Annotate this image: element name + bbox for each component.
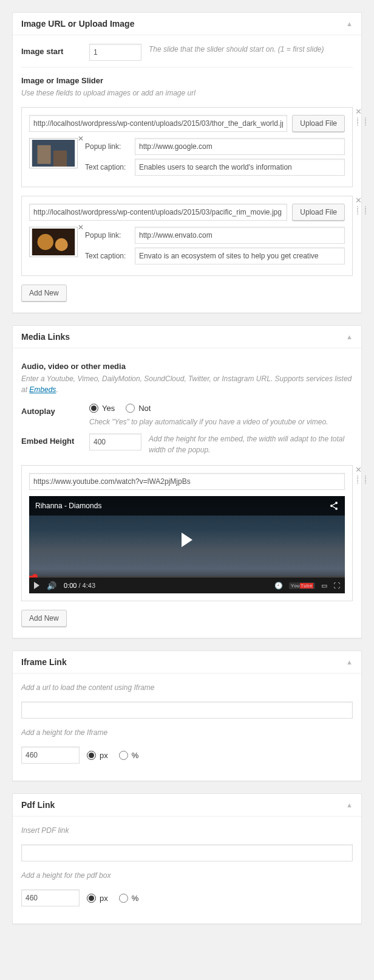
text-caption-label: Text caption:: [85, 252, 131, 260]
media-item: ✕ ⋮⋮⋮⋮ Rihanna - Diamonds 🔊 0:0: [21, 465, 353, 601]
close-icon[interactable]: ✕: [354, 107, 362, 116]
iframe-height-input[interactable]: [21, 747, 80, 764]
pdf-panel-header[interactable]: Pdf Link ▲: [13, 794, 361, 816]
close-icon[interactable]: ✕: [354, 465, 362, 474]
watch-later-icon[interactable]: 🕘: [274, 582, 283, 590]
embed-height-input[interactable]: [89, 433, 141, 450]
iframe-url-hint: Add a url to load the content using Ifra…: [21, 682, 353, 693]
video-title: Rihanna - Diamonds: [35, 502, 101, 510]
svg-point-7: [330, 505, 333, 507]
image-start-helper: The slide that the slider should start o…: [149, 44, 353, 55]
iframe-unit-pct-radio[interactable]: [119, 751, 128, 760]
video-preview: Rihanna - Diamonds 🔊 0:00 / 4:43 🕘 YouTu…: [29, 496, 345, 593]
image-url-input[interactable]: [29, 115, 287, 132]
upload-file-button[interactable]: Upload File: [292, 115, 345, 132]
drag-handle-icon[interactable]: ⋮⋮⋮⋮: [354, 120, 362, 123]
image-start-label: Image start: [21, 44, 82, 56]
image-item: ✕ ⋮⋮⋮⋮ Upload File ✕ Popup link:: [21, 196, 353, 276]
image-item: ✕ ⋮⋮⋮⋮ Upload File ✕ Popup link:: [21, 107, 353, 187]
svg-rect-1: [38, 145, 51, 164]
svg-rect-2: [53, 151, 67, 167]
iframe-panel: Iframe Link ▲ Add a url to load the cont…: [12, 650, 362, 781]
svg-point-8: [335, 508, 338, 510]
image-start-input[interactable]: [89, 44, 141, 61]
image-thumbnail: [29, 227, 78, 257]
autoplay-no-radio[interactable]: [126, 404, 135, 413]
autoplay-hint: Check "Yes" to play automatically if you…: [89, 416, 353, 427]
embed-height-label: Embed Height: [21, 433, 82, 446]
thumb-close-icon[interactable]: ✕: [78, 134, 84, 143]
text-caption-input[interactable]: [135, 247, 345, 264]
collapse-icon[interactable]: ▲: [346, 20, 353, 27]
iframe-url-input[interactable]: [21, 702, 353, 719]
pdf-panel-title: Pdf Link: [21, 800, 55, 810]
image-panel-header[interactable]: Image URL or Upload Image ▲: [13, 13, 361, 35]
thumb-close-icon[interactable]: ✕: [78, 223, 84, 232]
theater-icon[interactable]: ▭: [321, 582, 327, 590]
pdf-url-hint: Insert PDF link: [21, 825, 353, 836]
play-button-icon[interactable]: [34, 582, 39, 589]
fullscreen-icon[interactable]: ⛶: [333, 582, 340, 589]
iframe-unit-px-radio[interactable]: [87, 751, 96, 760]
svg-point-5: [55, 238, 68, 251]
image-url-input[interactable]: [29, 204, 287, 221]
pdf-url-input[interactable]: [21, 844, 353, 861]
popup-link-label: Popup link:: [85, 231, 131, 240]
image-slider-heading: Image or Image Slider: [21, 76, 353, 85]
iframe-panel-title: Iframe Link: [21, 657, 67, 667]
drag-handle-icon[interactable]: ⋮⋮⋮⋮: [354, 478, 362, 481]
embeds-link[interactable]: Embeds: [29, 385, 56, 394]
media-panel-title: Media Links: [21, 332, 70, 342]
popup-link-input[interactable]: [135, 138, 345, 155]
pdf-height-hint: Add a height for the pdf box: [21, 870, 353, 881]
video-time: 0:00 / 4:43: [64, 582, 95, 589]
svg-point-4: [38, 234, 53, 250]
drag-handle-icon[interactable]: ⋮⋮⋮⋮: [354, 209, 362, 212]
pdf-panel: Pdf Link ▲ Insert PDF link Add a height …: [12, 793, 362, 924]
iframe-height-hint: Add a height for the Iframe: [21, 727, 353, 738]
embed-height-hint: Add the height for the embed, the width …: [149, 433, 353, 455]
media-hint: Enter a Youtube, Vimeo, DailyMotion, Sou…: [21, 373, 353, 395]
add-new-image-button[interactable]: Add New: [21, 285, 67, 302]
image-thumbnail: [29, 138, 78, 168]
collapse-icon[interactable]: ▲: [346, 333, 353, 340]
volume-icon[interactable]: 🔊: [47, 581, 56, 590]
media-url-input[interactable]: [29, 473, 345, 490]
pdf-height-input[interactable]: [21, 889, 80, 906]
media-panel: Media Links ▲ Audio, video or other medi…: [12, 325, 362, 638]
share-icon[interactable]: [329, 501, 339, 511]
text-caption-label: Text caption:: [85, 163, 131, 171]
popup-link-input[interactable]: [135, 227, 345, 244]
media-sub-heading: Audio, video or other media: [21, 362, 353, 371]
image-panel: Image URL or Upload Image ▲ Image start …: [12, 12, 362, 313]
autoplay-label: Autoplay: [21, 404, 82, 416]
youtube-badge[interactable]: YouTube: [289, 582, 315, 589]
iframe-panel-header[interactable]: Iframe Link ▲: [13, 651, 361, 674]
pdf-unit-pct-radio[interactable]: [119, 894, 128, 903]
upload-file-button[interactable]: Upload File: [292, 204, 345, 221]
popup-link-label: Popup link:: [85, 142, 131, 151]
collapse-icon[interactable]: ▲: [346, 801, 353, 809]
svg-point-6: [335, 502, 338, 504]
add-new-media-button[interactable]: Add New: [21, 610, 67, 627]
play-icon[interactable]: [182, 533, 192, 547]
image-slider-hint: Use these fields to upload images or add…: [21, 88, 353, 98]
collapse-icon[interactable]: ▲: [346, 658, 353, 666]
media-panel-header[interactable]: Media Links ▲: [13, 326, 361, 348]
pdf-unit-px-radio[interactable]: [87, 894, 96, 903]
text-caption-input[interactable]: [135, 159, 345, 176]
autoplay-yes-radio[interactable]: [89, 404, 98, 413]
image-panel-title: Image URL or Upload Image: [21, 19, 134, 29]
close-icon[interactable]: ✕: [354, 196, 362, 205]
